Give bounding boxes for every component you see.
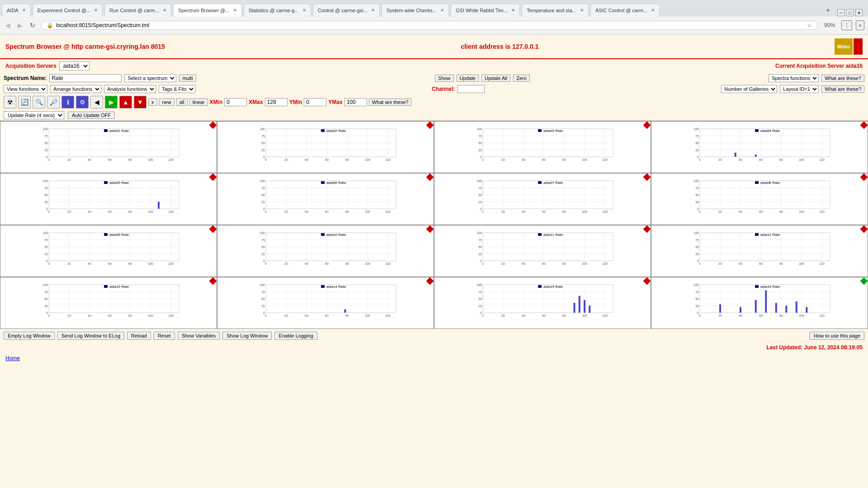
tab-close-8[interactable]: ✕ bbox=[580, 8, 584, 13]
chart-cell-aida06[interactable]: 0255075100020406080100120aida06 Rate bbox=[217, 173, 434, 225]
xmax-input[interactable] bbox=[265, 98, 288, 106]
bookmark-icon[interactable]: ☆ bbox=[807, 22, 812, 28]
extensions-button[interactable]: ⋮ bbox=[841, 20, 852, 30]
update-button[interactable]: Update bbox=[457, 75, 479, 82]
channel-input[interactable] bbox=[458, 85, 485, 93]
tab-close-2[interactable]: ✕ bbox=[163, 8, 166, 13]
reset-button[interactable]: Reset bbox=[154, 332, 175, 340]
view-functions-dropdown[interactable]: View functions bbox=[4, 85, 47, 93]
empty-log-button[interactable]: Empty Log Window bbox=[4, 332, 55, 340]
settings-icon-button[interactable]: ⚙ bbox=[76, 96, 89, 108]
tab-close-4[interactable]: ✕ bbox=[302, 8, 306, 13]
show-variables-button[interactable]: Show Variables bbox=[178, 332, 220, 340]
tab-close-0[interactable]: ✕ bbox=[22, 8, 26, 13]
zero-button[interactable]: Zero bbox=[513, 75, 530, 82]
tab-close-9[interactable]: ✕ bbox=[651, 8, 655, 13]
linear-button[interactable]: linear bbox=[189, 99, 208, 106]
new-tab-button[interactable]: + bbox=[822, 5, 834, 16]
close-window-button[interactable]: ✕ bbox=[855, 9, 863, 16]
browser-tab-5[interactable]: Control @ carme-gsi...✕ bbox=[313, 4, 380, 16]
arrange-functions-dropdown[interactable]: Arrange functions bbox=[50, 85, 101, 93]
update-all-button[interactable]: Update All bbox=[481, 75, 510, 82]
spectrum-name-input[interactable] bbox=[49, 74, 122, 82]
refresh-icon-button[interactable]: 🔄 bbox=[18, 96, 31, 108]
chart-cell-aida13[interactable]: 0255075100020406080100120aida13 Rate bbox=[0, 277, 217, 329]
chart-cell-aida14[interactable]: 0255075100020406080100120aida14 Rate bbox=[217, 277, 434, 329]
browser-tab-4[interactable]: Statistics @ carme-g...✕ bbox=[244, 4, 311, 16]
chart-cell-aida03[interactable]: 0255075100020406080100120aida03 Rate bbox=[434, 121, 651, 173]
update-rate-select[interactable]: Update Rate (4 secs) bbox=[4, 111, 64, 119]
what-these-layout-button[interactable]: What are these? bbox=[821, 85, 864, 93]
svg-text:0: 0 bbox=[265, 158, 267, 161]
how-to-use-button[interactable]: How to use this page bbox=[810, 332, 864, 340]
tab-close-3[interactable]: ✕ bbox=[233, 8, 237, 13]
chart-cell-aida08[interactable]: 0255075100020406080100120aida08 Rate bbox=[651, 173, 868, 225]
svg-text:120: 120 bbox=[819, 262, 825, 265]
ymax-input[interactable] bbox=[344, 98, 367, 106]
xmin-input[interactable] bbox=[224, 98, 247, 106]
chart-cell-aida16[interactable]: 0255075100020406080100120aida16 Rate bbox=[651, 277, 868, 329]
select-spectrum-dropdown[interactable]: Select a spectrum bbox=[124, 74, 176, 82]
browser-tab-8[interactable]: Temperature and sta...✕ bbox=[522, 4, 589, 16]
address-input[interactable] bbox=[56, 22, 804, 28]
chart-cell-aida11[interactable]: 0255075100020406080100120aida11 Rate bbox=[434, 225, 651, 277]
maximize-button[interactable]: □ bbox=[846, 9, 854, 16]
chart-cell-aida02[interactable]: 0255075100020406080100120aida02 Rate bbox=[217, 121, 434, 173]
svg-text:aida03 Rate: aida03 Rate bbox=[543, 129, 563, 133]
browser-tab-7[interactable]: GSI White Rabbit Tim...✕ bbox=[451, 4, 520, 16]
chart-cell-aida01[interactable]: 0255075100020406080100120aida01 Rate bbox=[0, 121, 217, 173]
what-these-spectra-button[interactable]: What are these? bbox=[821, 75, 864, 82]
num-galleries-dropdown[interactable]: Number of Galleries bbox=[721, 85, 777, 93]
reload-button[interactable]: Reload bbox=[127, 332, 151, 340]
x-button[interactable]: x bbox=[148, 99, 157, 106]
acq-server-select[interactable]: aida16 bbox=[59, 61, 90, 70]
home-link[interactable]: Home bbox=[5, 355, 20, 361]
spectra-functions-dropdown[interactable]: Spectra functions bbox=[769, 74, 819, 82]
next-icon-button[interactable]: ▶ bbox=[105, 96, 118, 108]
chart-cell-aida05[interactable]: 0255075100020406080100120aida05 Rate bbox=[0, 173, 217, 225]
svg-text:75: 75 bbox=[44, 187, 48, 190]
zoom-in-icon-button[interactable]: 🔍 bbox=[33, 96, 45, 108]
back-button[interactable]: ◀ bbox=[4, 21, 12, 30]
tab-close-1[interactable]: ✕ bbox=[94, 8, 98, 13]
chart-cell-aida10[interactable]: 0255075100020406080100120aida10 Rate bbox=[217, 225, 434, 277]
analysis-functions-dropdown[interactable]: Analysis functions bbox=[104, 85, 156, 93]
tags-fits-dropdown[interactable]: Tags & Fits bbox=[159, 85, 195, 93]
radiation-icon-button[interactable]: ☢ bbox=[4, 96, 16, 108]
browser-tab-2[interactable]: Run Control @ carm...✕ bbox=[104, 4, 171, 16]
chart-cell-aida15[interactable]: 0255075100020406080100120aida15 Rate bbox=[434, 277, 651, 329]
browser-tab-1[interactable]: Experiment Control @...✕ bbox=[33, 4, 103, 16]
browser-tab-6[interactable]: System wide Checks...✕ bbox=[382, 4, 449, 16]
show-button[interactable]: Show bbox=[435, 75, 454, 82]
chart-cell-aida09[interactable]: 0255075100020406080100120aida09 Rate bbox=[0, 225, 217, 277]
zoom-out-icon-button[interactable]: 🔎 bbox=[47, 96, 60, 108]
chart-cell-aida07[interactable]: 0255075100020406080100120aida07 Rate bbox=[434, 173, 651, 225]
tab-close-6[interactable]: ✕ bbox=[440, 8, 444, 13]
auto-update-button[interactable]: Auto Update OFF bbox=[68, 112, 115, 119]
show-log-button[interactable]: Show Log Window bbox=[222, 332, 272, 340]
svg-text:0: 0 bbox=[482, 314, 484, 317]
up-icon-button[interactable]: ▲ bbox=[119, 96, 132, 108]
tab-close-7[interactable]: ✕ bbox=[511, 8, 515, 13]
forward-button[interactable]: ▶ bbox=[16, 21, 24, 30]
reload-nav-button[interactable]: ↻ bbox=[28, 21, 37, 30]
tab-close-5[interactable]: ✕ bbox=[371, 8, 375, 13]
ymin-input[interactable] bbox=[304, 98, 326, 106]
prev-icon-button[interactable]: ◀ bbox=[90, 96, 103, 108]
new-button[interactable]: new bbox=[159, 99, 175, 106]
info-icon-button[interactable]: ℹ bbox=[61, 96, 74, 108]
send-log-button[interactable]: Send Log Window to ELog bbox=[57, 332, 124, 340]
minimize-button[interactable]: ─ bbox=[837, 9, 844, 16]
browser-tab-9[interactable]: ASIC Control @ carm...✕ bbox=[590, 4, 660, 16]
browser-tab-3[interactable]: Spectrum Browser @...✕ bbox=[173, 4, 242, 16]
what-these-axis-button[interactable]: What are these? bbox=[369, 99, 412, 106]
multi-button[interactable]: multi bbox=[179, 75, 196, 82]
chart-cell-aida04[interactable]: 0255075100020406080100120aida04 Rate bbox=[651, 121, 868, 173]
chart-cell-aida12[interactable]: 0255075100020406080100120aida12 Rate bbox=[651, 225, 868, 277]
layout-id-dropdown[interactable]: Layout ID=1 bbox=[780, 85, 819, 93]
enable-logging-button[interactable]: Enable Logging bbox=[274, 332, 317, 340]
all-button[interactable]: all bbox=[176, 99, 188, 106]
browser-tab-0[interactable]: AIDA✕ bbox=[2, 4, 31, 16]
overflow-button[interactable]: » bbox=[856, 20, 864, 30]
down-icon-button[interactable]: ▼ bbox=[134, 96, 146, 108]
